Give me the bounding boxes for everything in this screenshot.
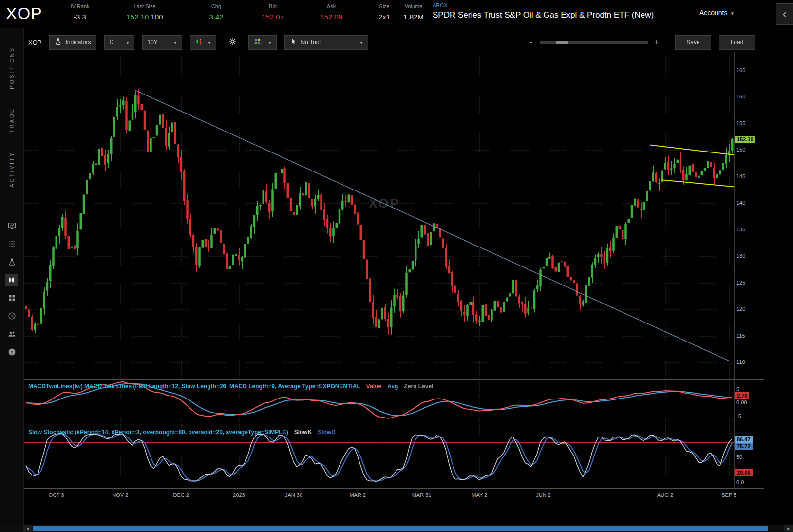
chevron-down-icon: ▾ <box>360 40 362 45</box>
people-icon[interactable] <box>5 328 18 341</box>
range-value: 10Y <box>148 39 158 46</box>
stochastic-title-text[interactable]: Slow Stochastic (kPeriod=14, dPeriod=3, … <box>28 429 288 436</box>
price-axis-label: 135 <box>736 227 745 232</box>
zoom-slider[interactable] <box>540 41 648 44</box>
stochastic-study-title: Slow Stochastic (kPeriod=14, dPeriod=3, … <box>28 429 336 436</box>
macd-axis-upper: 5 <box>736 386 739 392</box>
time-axis-label: SEP 5 <box>721 492 736 498</box>
zoom-slider-thumb[interactable] <box>556 41 568 44</box>
indicators-button[interactable]: Indicators <box>49 35 96 50</box>
legend-slowd: SlowD <box>318 429 336 436</box>
candlestick-chart-icon[interactable] <box>5 274 18 286</box>
accounts-label: Accounts <box>699 9 728 17</box>
list-icon[interactable] <box>5 238 18 250</box>
time-axis-label: AUG 2 <box>657 492 673 498</box>
quote-field-label: IV Rank <box>61 3 99 9</box>
quote-field-value: 152.09 <box>311 13 352 21</box>
price-axis-label: 130 <box>736 253 745 259</box>
price-axis-label: 165 <box>736 67 745 73</box>
legend-avg: Avg <box>387 383 398 390</box>
price-axis-label: 125 <box>736 280 745 285</box>
chart-toolbar: XOP Indicators D ▾ 10Y ▾ ▾ ▾ No Tool <box>23 33 793 52</box>
time-axis-label: JUN 2 <box>536 492 551 498</box>
grid-icon[interactable] <box>5 292 18 304</box>
scroll-left-button[interactable]: ◄ <box>23 525 32 532</box>
time-axis-label: MAY 2 <box>472 492 487 498</box>
scrollbar-thumb[interactable] <box>33 526 768 531</box>
period-dropdown[interactable]: D ▾ <box>104 35 134 50</box>
quote-field-label: Last Size <box>116 3 173 9</box>
load-button[interactable]: Load <box>719 35 755 50</box>
chart-horizontal-scrollbar: ◄ ► <box>0 525 793 532</box>
chevron-down-icon: ▾ <box>208 40 210 45</box>
monitor-chart-icon[interactable] <box>5 220 18 232</box>
save-button[interactable]: Save <box>675 35 711 50</box>
flask-icon <box>55 38 62 47</box>
time-axis-label: NOV 2 <box>112 492 128 498</box>
flask-icon[interactable] <box>5 256 18 268</box>
header-symbol: XOP <box>6 4 42 23</box>
quote-field-volume: Volume1.82M <box>395 3 433 21</box>
zoom-in-button[interactable]: + <box>654 38 660 47</box>
chevron-down-icon: ▾ <box>731 10 734 16</box>
time-axis-label: OCT 3 <box>48 492 64 498</box>
chart-settings-button[interactable] <box>224 35 241 50</box>
stochastic-axis-zero: 0.0 <box>736 479 744 485</box>
sidebar-tab-activity[interactable]: ACTIVITY <box>9 152 15 188</box>
price-axis-label: 150 <box>736 147 745 152</box>
chart-type-dropdown[interactable]: ▾ <box>190 35 216 50</box>
sidebar-tab-trade[interactable]: TRADE <box>9 108 15 133</box>
axis-divider <box>734 52 735 488</box>
quote-field-value: 3.42 <box>196 13 236 21</box>
quote-field-last-size: Last Size152.10 100 <box>116 3 173 21</box>
zoom-out-button[interactable]: - <box>528 38 534 47</box>
stochastic-slowd-badge: 75.72 <box>735 443 753 450</box>
time-axis-label: JAN 30 <box>285 492 302 498</box>
grid-style-dropdown[interactable]: ▾ <box>248 35 277 50</box>
quote-field-label: Chg <box>196 3 236 9</box>
time-axis-label: MAR 31 <box>412 492 432 498</box>
time-axis[interactable]: OCT 3NOV 2DEC 22023JAN 30MAR 2MAR 31MAY … <box>23 490 734 503</box>
candlestick-type-icon <box>195 38 203 47</box>
period-value: D <box>110 39 114 46</box>
chevron-down-icon: ▾ <box>126 40 129 45</box>
price-axis-label: 155 <box>736 120 745 126</box>
drawing-tool-dropdown[interactable]: No Tool ▾ <box>284 35 368 50</box>
quote-field-iv-rank: IV Rank-3.3 <box>61 3 99 21</box>
quote-field-ask: Ask152.09 <box>311 3 352 21</box>
legend-zero-level: Zero Level <box>404 383 433 390</box>
time-axis-label: MAR 2 <box>349 492 366 498</box>
last-price-badge: 152.10 <box>735 136 755 143</box>
collapse-panel-button[interactable]: ‹ <box>776 3 793 25</box>
macd-title-text[interactable]: MACDTwoLines(tw) MACD Two Lines (Fast Le… <box>28 383 360 390</box>
time-axis-label: 2023 <box>233 492 245 498</box>
quote-field-value: 152.10 100 <box>116 13 173 21</box>
help-icon[interactable]: ? <box>5 346 18 359</box>
chevron-down-icon: ▾ <box>268 40 271 45</box>
grid-layout-icon <box>254 38 261 47</box>
clock-icon[interactable] <box>5 310 18 323</box>
quote-field-bid: Bid152.07 <box>252 3 293 21</box>
zoom-control: - + <box>528 38 660 47</box>
price-axis-label: 115 <box>736 333 745 339</box>
price-axis-label: 145 <box>736 173 745 179</box>
cursor-icon <box>290 38 297 47</box>
range-dropdown[interactable]: 10Y ▾ <box>142 35 182 50</box>
macd-value-badge: 2.70 <box>735 392 749 399</box>
sidebar-tab-positions[interactable]: POSITIONS <box>9 47 15 89</box>
stochastic-slowk-badge: 86.47 <box>735 436 753 443</box>
scroll-right-button[interactable]: ► <box>784 525 793 532</box>
price-axis-label: 160 <box>736 94 745 99</box>
price-chart-canvas[interactable] <box>23 52 734 379</box>
chevron-down-icon: ▾ <box>174 40 176 45</box>
quote-field-value: 152.07 <box>252 13 293 21</box>
quote-field-label: Bid <box>252 3 293 9</box>
exchange-label: ARCX <box>433 2 654 8</box>
accounts-menu[interactable]: Accounts▾ <box>699 9 734 17</box>
quote-field-value: -3.3 <box>61 13 99 21</box>
quote-field-label: Volume <box>395 3 433 9</box>
stochastic-axis-mid: 50 <box>736 454 742 460</box>
price-axis-label: 140 <box>736 200 745 206</box>
instrument-description: SPDR Series Trust S&P Oil & Gas Expl & P… <box>433 10 654 20</box>
gear-icon <box>229 38 236 47</box>
